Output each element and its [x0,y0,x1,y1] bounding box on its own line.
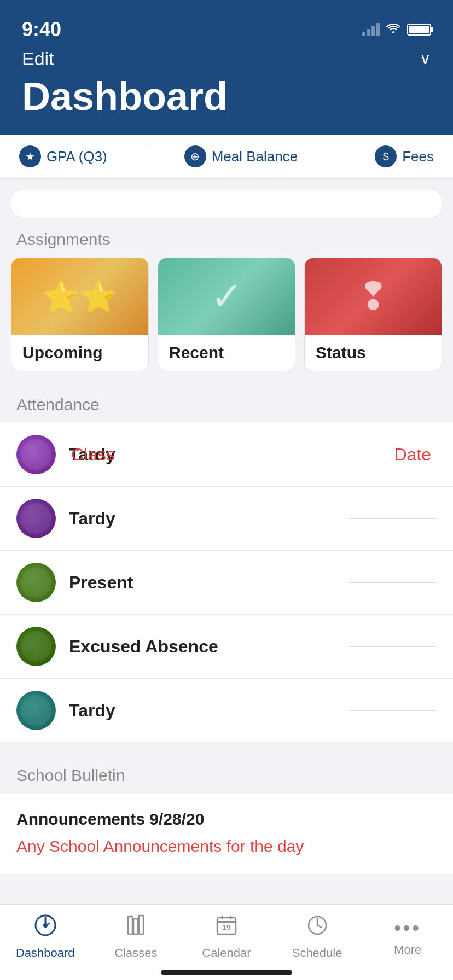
header-top: Edit ∨ [22,48,431,69]
battery-icon [407,24,431,36]
upcoming-card[interactable]: ⭐⭐ Upcoming [11,258,149,371]
bulletin-section-label: School Bulletin [0,753,453,794]
nav-calendar-label: Calendar [202,946,251,960]
nav-dashboard-label: Dashboard [16,946,75,960]
stat-divider-2 [336,145,336,167]
svg-rect-5 [128,917,132,934]
assignments-row: ⭐⭐ Upcoming ✓ Recent ❢ Status [0,258,453,382]
gpa-label: GPA (Q3) [47,148,107,165]
more-icon: ••• [394,917,421,940]
date-line-5 [349,710,437,711]
attendance-item-4[interactable]: Excused Absence [0,615,453,679]
avatar-3 [16,563,56,602]
bulletin-text: Any School Announcements for the day [16,835,437,858]
quick-stats-bar: ★ GPA (Q3) ⊕ Meal Balance $ Fees [0,135,453,179]
partial-card [11,190,442,217]
attendance-section-label: Attendance [0,382,453,423]
avatar-1 [16,435,56,474]
date-line-3 [349,582,437,583]
nav-schedule-label: Schedule [292,946,342,960]
signal-icon [362,23,380,36]
class-placeholder: Class [71,445,115,465]
status-label: Status [305,335,442,371]
status-icons [362,22,431,37]
svg-point-0 [392,31,394,33]
classes-icon [124,913,148,943]
recent-label: Recent [158,335,295,371]
bulletin-date: Announcements 9/28/20 [16,810,437,829]
fees-icon: $ [375,145,397,167]
fees-label: Fees [402,148,434,165]
svg-rect-7 [139,915,143,934]
nav-calendar[interactable]: 19 Calendar [194,913,259,960]
schedule-icon [305,913,329,943]
nav-more-label: More [394,943,421,957]
upcoming-card-image: ⭐⭐ [11,258,148,335]
attendance-item-3[interactable]: Present [0,551,453,615]
nav-classes[interactable]: Classes [103,913,169,960]
page-title: Dashboard [22,75,431,118]
recent-card-image: ✓ [158,258,295,335]
fees-stat[interactable]: $ Fees [375,145,434,167]
recent-checkmark-icon: ✓ [211,274,243,319]
main-content: Assignments ⭐⭐ Upcoming ✓ Recent ❢ Statu… [0,190,453,962]
status-card-image: ❢ [305,258,442,335]
status-alert-icon: ❢ [357,274,390,319]
meal-label: Meal Balance [212,148,298,165]
bulletin-content: Announcements 9/28/20 Any School Announc… [0,794,453,874]
svg-line-15 [317,925,322,928]
attendance-item-2[interactable]: Tardy [0,487,453,551]
avatar-5 [16,691,56,730]
svg-rect-6 [133,919,138,934]
date-line-4 [349,646,437,647]
calendar-icon: 19 [214,913,239,943]
dashboard-icon [33,913,57,943]
stat-divider-1 [146,145,146,167]
nav-more[interactable]: ••• More [375,917,440,957]
chevron-down-icon: ∨ [420,50,431,68]
upcoming-stars-icon: ⭐⭐ [42,279,118,314]
assignments-section-label: Assignments [0,217,453,258]
gpa-icon: ★ [19,145,41,167]
nav-schedule[interactable]: Schedule [284,913,350,960]
status-bar: 9:40 [0,0,453,48]
edit-button[interactable]: Edit [22,48,54,69]
upcoming-label: Upcoming [11,335,148,371]
home-indicator [161,970,292,975]
header: Edit ∨ Dashboard [0,48,453,135]
status-card[interactable]: ❢ Status [304,258,442,371]
date-placeholder: Date [394,445,431,465]
gpa-stat[interactable]: ★ GPA (Q3) [19,145,107,167]
attendance-item-1[interactable]: Tardy Class Date [0,423,453,487]
attendance-status-1: Tardy [69,445,437,465]
attendance-section: Tardy Class Date Tardy Present [0,423,453,742]
nav-dashboard[interactable]: Dashboard [13,913,78,960]
recent-card[interactable]: ✓ Recent [158,258,295,371]
meal-icon: ⊕ [184,145,206,167]
avatar-4 [16,627,56,666]
bottom-nav: Dashboard Classes 19 Calendar [0,904,453,980]
meal-balance-stat[interactable]: ⊕ Meal Balance [184,145,298,167]
bulletin-section: Announcements 9/28/20 Any School Announc… [0,794,453,874]
status-time: 9:40 [22,18,61,41]
avatar-2 [16,499,56,538]
nav-classes-label: Classes [114,946,157,960]
date-line-2 [349,518,437,519]
svg-text:19: 19 [223,923,230,931]
wifi-icon [386,22,400,37]
attendance-item-5[interactable]: Tardy [0,679,453,742]
